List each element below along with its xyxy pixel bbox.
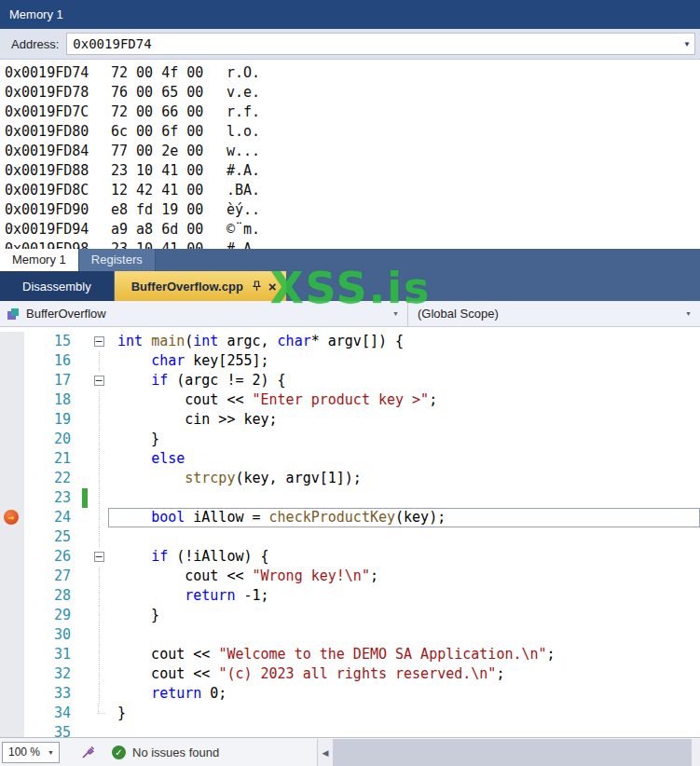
change-margin: [76, 469, 89, 488]
current-statement-breakpoint-icon[interactable]: →: [4, 510, 19, 525]
address-dropdown-arrow[interactable]: ▼: [679, 40, 694, 48]
breakpoint-margin[interactable]: [0, 527, 24, 547]
horizontal-scrollbar[interactable]: ◀: [317, 739, 700, 766]
code-cleanup-icon[interactable]: [81, 745, 95, 759]
code-line: 22 strcpy(key, argv[1]);: [0, 469, 700, 488]
collapse-icon[interactable]: −: [94, 552, 104, 562]
editor-status-bar: 100 % ▼ ✓ No issues found ◀: [0, 737, 700, 766]
memory-row: 0x0019FD94a9 a8 6d 00©¨m.: [5, 220, 700, 239]
change-margin: [76, 704, 89, 723]
fold-guide: [99, 586, 100, 606]
fold-margin[interactable]: [89, 469, 108, 488]
collapse-icon[interactable]: −: [94, 376, 104, 386]
breakpoint-margin[interactable]: [0, 645, 24, 664]
memory-bytes: 12 42 41 00: [111, 181, 226, 200]
fold-margin[interactable]: [89, 430, 108, 449]
breakpoint-margin[interactable]: [0, 351, 24, 371]
line-number: 32: [24, 664, 76, 684]
breakpoint-margin[interactable]: [0, 586, 24, 606]
breakpoint-margin[interactable]: [0, 704, 24, 723]
code-line: 35: [0, 723, 700, 737]
fold-guide: [99, 684, 100, 704]
address-label: Address:: [11, 37, 59, 51]
line-number: 20: [24, 430, 76, 449]
memory-row: 0x0019FD806c 00 6f 00l.o.: [5, 122, 700, 142]
zoom-control[interactable]: 100 % ▼: [2, 742, 60, 763]
breakpoint-margin[interactable]: [0, 449, 24, 469]
fold-margin[interactable]: [89, 606, 108, 625]
fold-margin[interactable]: [89, 410, 108, 430]
fold-guide: [99, 645, 100, 664]
breakpoint-margin[interactable]: [0, 684, 24, 704]
scope-dropdown[interactable]: (Global Scope) ▼: [407, 301, 700, 326]
fold-margin[interactable]: [89, 449, 108, 469]
breakpoint-margin[interactable]: [0, 390, 24, 410]
fold-margin[interactable]: −: [89, 371, 108, 390]
breakpoint-margin[interactable]: [0, 430, 24, 449]
scroll-left-icon[interactable]: ◀: [318, 748, 333, 758]
code-line: 17− if (argc != 2) {: [0, 371, 700, 390]
line-number: 25: [24, 527, 76, 547]
scrollbar-thumb[interactable]: [333, 739, 692, 766]
types-dropdown[interactable]: BufferOverflow ▼: [0, 301, 407, 326]
fold-margin[interactable]: [89, 664, 108, 684]
breakpoint-margin[interactable]: [0, 664, 24, 684]
line-number: 30: [24, 625, 76, 645]
fold-margin[interactable]: −: [89, 547, 108, 567]
line-number: 31: [24, 645, 76, 664]
code-editor[interactable]: 15−int main(int argc, char* argv[]) {16 …: [0, 327, 700, 737]
fold-guide: [99, 606, 100, 625]
code-line: 28 return -1;: [0, 586, 700, 606]
tab-bufferoverflow-cpp[interactable]: BufferOverflow.cpp×: [115, 271, 286, 301]
fold-margin[interactable]: [89, 567, 108, 586]
change-margin: [76, 508, 89, 527]
address-input[interactable]: [67, 34, 679, 54]
fold-margin[interactable]: [89, 508, 108, 527]
collapse-icon[interactable]: −: [94, 336, 104, 347]
memory-window-titlebar[interactable]: Memory 1: [0, 0, 700, 29]
issues-indicator[interactable]: ✓ No issues found: [112, 745, 219, 759]
fold-guide: [99, 351, 100, 371]
breakpoint-margin[interactable]: [0, 547, 24, 567]
breakpoint-margin[interactable]: [0, 606, 24, 625]
fold-margin[interactable]: [89, 684, 108, 704]
breakpoint-margin[interactable]: [0, 332, 24, 351]
code-line: 32 cout << "(c) 2023 all rights reserved…: [0, 664, 700, 684]
code-line: 29 }: [0, 606, 700, 625]
fold-margin[interactable]: [89, 586, 108, 606]
breakpoint-margin[interactable]: →: [0, 508, 24, 527]
breakpoint-margin[interactable]: [0, 410, 24, 430]
visual-studio-window: Memory 1 Address: ▼ 0x0019FD7472 00 4f 0…: [0, 0, 700, 766]
fold-margin[interactable]: [89, 390, 108, 410]
tool-tab-memory-1[interactable]: Memory 1: [0, 249, 79, 271]
line-number: 27: [24, 567, 76, 586]
memory-grid[interactable]: 0x0019FD7472 00 4f 00r.O.0x0019FD7876 00…: [0, 60, 700, 249]
fold-margin[interactable]: [89, 527, 108, 547]
fold-guide: [99, 625, 100, 645]
fold-margin[interactable]: [89, 645, 108, 664]
line-number: 21: [24, 449, 76, 469]
fold-guide: [99, 449, 100, 469]
fold-margin[interactable]: [89, 723, 108, 737]
code-line: 18 cout << "Enter product key >";: [0, 390, 700, 410]
breakpoint-margin[interactable]: [0, 723, 24, 737]
fold-margin[interactable]: [89, 488, 108, 508]
close-icon[interactable]: ×: [268, 280, 277, 294]
breakpoint-margin[interactable]: [0, 371, 24, 390]
fold-margin[interactable]: −: [89, 332, 108, 351]
pin-icon[interactable]: [252, 280, 262, 292]
memory-row: 0x0019FD90e8 fd 19 00èý..: [5, 200, 700, 220]
breakpoint-margin[interactable]: [0, 488, 24, 508]
fold-margin[interactable]: [89, 625, 108, 645]
fold-margin[interactable]: [89, 704, 108, 723]
memory-window: Memory 1 Address: ▼ 0x0019FD7472 00 4f 0…: [0, 0, 700, 271]
tab-disassembly[interactable]: Disassembly: [0, 271, 114, 301]
fold-guide: [99, 469, 100, 488]
breakpoint-margin[interactable]: [0, 567, 24, 586]
breakpoint-margin[interactable]: [0, 625, 24, 645]
breakpoint-margin[interactable]: [0, 469, 24, 488]
tool-tab-registers[interactable]: Registers: [79, 249, 156, 271]
code-line: 16 char key[255];: [0, 351, 700, 371]
fold-margin[interactable]: [89, 351, 108, 371]
memory-address: 0x0019FD78: [5, 83, 111, 103]
